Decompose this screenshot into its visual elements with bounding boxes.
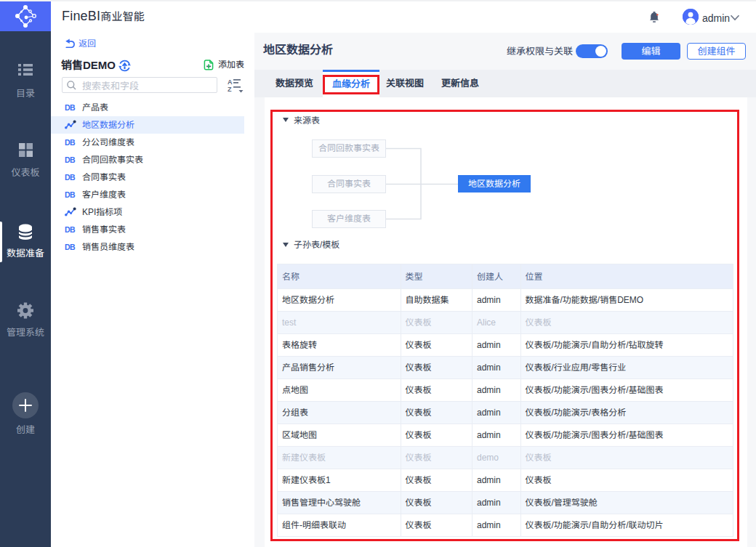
svg-text:DB: DB bbox=[65, 103, 76, 112]
svg-text:DB: DB bbox=[65, 155, 76, 164]
svg-text:DB: DB bbox=[65, 190, 76, 199]
svg-text:DB: DB bbox=[65, 173, 76, 182]
svg-text:Z: Z bbox=[228, 86, 232, 93]
svg-text:DB: DB bbox=[65, 243, 76, 251]
svg-text:DB: DB bbox=[65, 225, 76, 234]
svg-text:DB: DB bbox=[65, 138, 76, 147]
svg-text:A: A bbox=[228, 78, 233, 86]
